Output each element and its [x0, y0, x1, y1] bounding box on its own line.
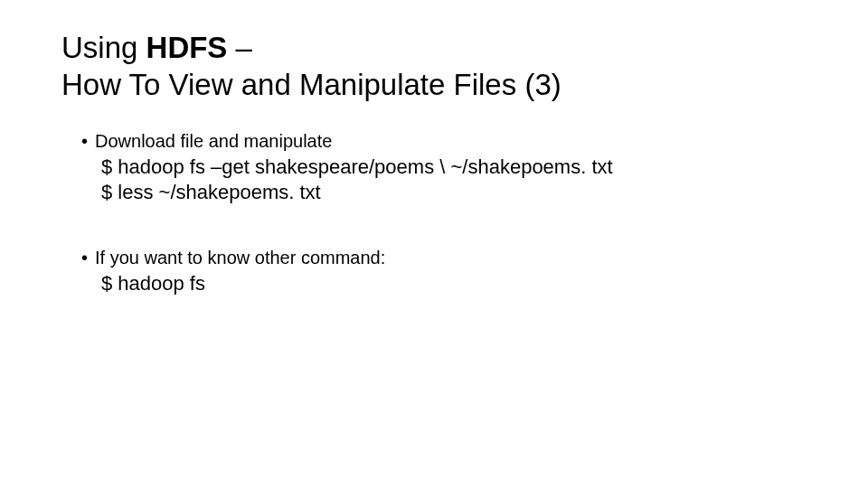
command-line-3: $ hadoop fs [101, 271, 807, 297]
title-line1-suffix: – [227, 31, 252, 64]
bullet-marker: • [81, 129, 88, 153]
title-line1-bold: HDFS [146, 31, 228, 64]
title-line2: How To View and Manipulate Files (3) [61, 68, 561, 101]
slide-title: Using HDFS – How To View and Manipulate … [61, 29, 807, 104]
bullet-marker: • [81, 246, 88, 269]
title-line1-prefix: Using [61, 31, 146, 64]
command-line-1: $ hadoop fs –get shakespeare/poems \ ~/s… [101, 155, 807, 181]
bullet-text-1: Download file and manipulate [95, 129, 332, 153]
bullet-text-2: If you want to know other command: [95, 246, 385, 269]
bullet-item-2: • If you want to know other command: [81, 246, 807, 269]
bullet-item-1: • Download file and manipulate [81, 129, 807, 153]
command-line-2: $ less ~/shakepoems. txt [101, 180, 807, 206]
